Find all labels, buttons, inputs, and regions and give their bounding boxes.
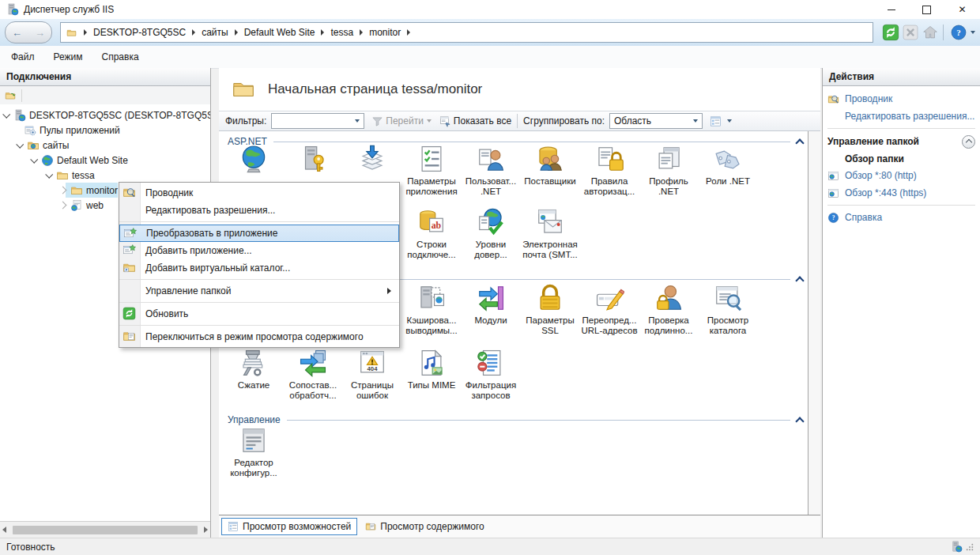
tree-item-sites[interactable]: сайты bbox=[0, 138, 210, 153]
forward-button[interactable]: → bbox=[35, 28, 45, 38]
filter-combobox[interactable] bbox=[271, 113, 364, 129]
svg-text:?: ? bbox=[956, 28, 961, 37]
feature-ssl-settings[interactable]: Параметры SSL bbox=[521, 283, 579, 336]
feature-url-rewrite[interactable]: Переопред... URL-адресов bbox=[580, 283, 639, 336]
feature-authentication[interactable]: Проверка подлинно... bbox=[639, 283, 698, 336]
menu-item-manage-folder[interactable]: Управление папкой bbox=[119, 282, 399, 300]
action-browse-http[interactable]: Обзор *:80 (http) bbox=[827, 167, 975, 184]
collapse-section-icon[interactable] bbox=[795, 276, 804, 285]
feature-item[interactable] bbox=[284, 144, 342, 176]
scrollbar-thumb[interactable] bbox=[13, 526, 198, 534]
resize-grip[interactable] bbox=[966, 543, 974, 551]
breadcrumb-item-default-web-site[interactable]: Default Web Site bbox=[244, 27, 315, 38]
feature-handler-mappings[interactable]: Сопостав... обработч... bbox=[284, 348, 342, 401]
menu-item-explorer[interactable]: Проводник bbox=[119, 184, 399, 202]
show-all-button[interactable]: Показать все bbox=[454, 115, 511, 126]
feature-authorization-rules[interactable]: Правила авторизац... bbox=[580, 144, 639, 197]
feature-toolbar: Фильтры: Перейти Показать все Сгруппиров… bbox=[219, 111, 820, 131]
tree-item-default-web-site[interactable]: Default Web Site bbox=[0, 153, 210, 168]
browse-window-icon bbox=[827, 170, 839, 182]
page-title: Начальная страница tessa/monitor bbox=[268, 81, 482, 97]
view-mode-icon[interactable] bbox=[710, 115, 722, 127]
tree-item-app-pools[interactable]: Пулы приложений bbox=[0, 123, 210, 138]
breadcrumb-item-monitor[interactable]: monitor bbox=[369, 27, 401, 38]
feature-directory-browsing[interactable]: Просмотр каталога bbox=[699, 283, 757, 336]
feature-app-settings[interactable]: Параметры приложения bbox=[402, 144, 461, 197]
sites-folder-icon bbox=[27, 139, 40, 152]
actions-header: Действия bbox=[823, 68, 980, 86]
menu-item-add-virtual-directory[interactable]: Добавить виртуальный каталог... bbox=[119, 259, 399, 277]
stop-button[interactable] bbox=[902, 24, 919, 41]
web-app-icon bbox=[70, 199, 83, 212]
breadcrumb-item-server[interactable]: DESKTOP-8TGQ5SC bbox=[93, 27, 186, 38]
menu-item-add-application[interactable]: Добавить приложение... bbox=[119, 242, 399, 259]
feature-request-filtering[interactable]: Фильтрация запросов bbox=[462, 348, 520, 401]
group-by-label: Сгруппировать по: bbox=[523, 115, 605, 126]
help-dropdown-icon[interactable] bbox=[971, 31, 975, 34]
refresh-button[interactable] bbox=[882, 24, 899, 41]
action-help[interactable]: ? Справка bbox=[827, 209, 975, 226]
menu-view[interactable]: Режим bbox=[46, 48, 91, 66]
menu-item-edit-permissions[interactable]: Редактировать разрешения... bbox=[119, 202, 399, 219]
feature-smtp-email[interactable]: Электронная почта (SMT... bbox=[521, 207, 579, 260]
feature-connection-strings[interactable]: ab Строки подключе... bbox=[402, 207, 461, 260]
go-dropdown-icon[interactable] bbox=[427, 119, 432, 123]
breadcrumb-separator-icon bbox=[321, 29, 324, 36]
scroll-left-icon[interactable] bbox=[2, 527, 6, 533]
close-button[interactable]: ✕ bbox=[944, 0, 980, 19]
scroll-right-icon[interactable] bbox=[204, 527, 208, 533]
feature-configuration-editor[interactable]: Редактор конфигур... bbox=[224, 425, 283, 478]
menu-file[interactable]: Файл bbox=[3, 48, 43, 66]
menu-item-refresh[interactable]: Обновить bbox=[119, 305, 399, 323]
providers-icon bbox=[535, 144, 565, 174]
feature-trust-levels[interactable]: Уровни довер... bbox=[462, 207, 520, 260]
action-edit-permissions[interactable]: Редактировать разрешения... bbox=[827, 108, 975, 125]
feature-output-caching[interactable]: Кэширова... выводимы... bbox=[402, 283, 461, 336]
magnifier-window-icon bbox=[713, 283, 743, 313]
feature-net-users[interactable]: Пользоват... .NET bbox=[462, 144, 520, 197]
home-button[interactable] bbox=[922, 24, 939, 41]
view-mode-dropdown-icon[interactable] bbox=[727, 119, 732, 123]
content-right-gap bbox=[808, 131, 820, 515]
feature-modules[interactable]: Модули bbox=[462, 283, 520, 326]
tab-features-view[interactable]: Просмотр возможностей bbox=[221, 518, 357, 535]
collapse-section-icon[interactable] bbox=[795, 138, 804, 147]
back-button[interactable]: ← bbox=[12, 28, 22, 38]
feature-item[interactable] bbox=[343, 144, 401, 176]
feature-compression[interactable]: Сжатие bbox=[224, 348, 283, 391]
breadcrumb[interactable]: DESKTOP-8TGQ5SC сайты Default Web Site t… bbox=[60, 22, 873, 43]
tree-horizontal-scrollbar[interactable] bbox=[0, 521, 210, 538]
config-editor-icon bbox=[239, 425, 269, 455]
collapse-group-button[interactable] bbox=[962, 135, 975, 149]
menu-help[interactable]: Справка bbox=[94, 48, 147, 66]
feature-providers[interactable]: Поставщики bbox=[521, 144, 579, 187]
connections-header: Подключения bbox=[0, 68, 210, 86]
menu-item-convert-to-application[interactable]: Преобразовать в приложение bbox=[119, 225, 399, 242]
section-management: Управление bbox=[228, 414, 803, 425]
breadcrumb-item-tessa[interactable]: tessa bbox=[330, 27, 353, 38]
breadcrumb-item-sites[interactable]: сайты bbox=[202, 27, 228, 38]
tree-item-server[interactable]: DESKTOP-8TGQ5SC (DESKTOP-8TGQ5SC\v bbox=[0, 108, 210, 123]
divider bbox=[827, 205, 975, 206]
window-title: Диспетчер служб IIS bbox=[24, 4, 114, 15]
view-tabs: Просмотр возможностей Просмотр содержимо… bbox=[219, 515, 820, 538]
tab-content-view[interactable]: Просмотр содержимого bbox=[360, 519, 489, 534]
save-connection-icon[interactable] bbox=[4, 90, 17, 101]
feature-net-roles[interactable]: Роли .NET bbox=[699, 144, 757, 187]
feature-mime-types[interactable]: Типы MIME bbox=[402, 348, 461, 391]
minimize-button[interactable] bbox=[873, 0, 909, 19]
tree-item-tessa[interactable]: tessa bbox=[0, 168, 210, 183]
feature-item[interactable] bbox=[224, 144, 283, 176]
maximize-button[interactable] bbox=[909, 0, 944, 19]
database-icon: ab bbox=[416, 207, 447, 237]
feature-net-profile[interactable]: Профиль .NET bbox=[639, 144, 698, 197]
collapse-section-icon[interactable] bbox=[795, 417, 804, 425]
menu-item-switch-to-content-view[interactable]: Переключиться в режим просмотра содержим… bbox=[119, 328, 399, 345]
help-button[interactable]: ? bbox=[950, 24, 967, 41]
breadcrumb-separator-icon bbox=[407, 29, 410, 36]
feature-error-pages[interactable]: 404 Страницы ошибок bbox=[343, 348, 401, 401]
group-by-combobox[interactable]: Область bbox=[609, 113, 703, 129]
action-explorer[interactable]: Проводник bbox=[827, 90, 975, 108]
go-button[interactable]: Перейти bbox=[386, 115, 424, 126]
action-browse-https[interactable]: Обзор *:443 (https) bbox=[827, 184, 975, 202]
